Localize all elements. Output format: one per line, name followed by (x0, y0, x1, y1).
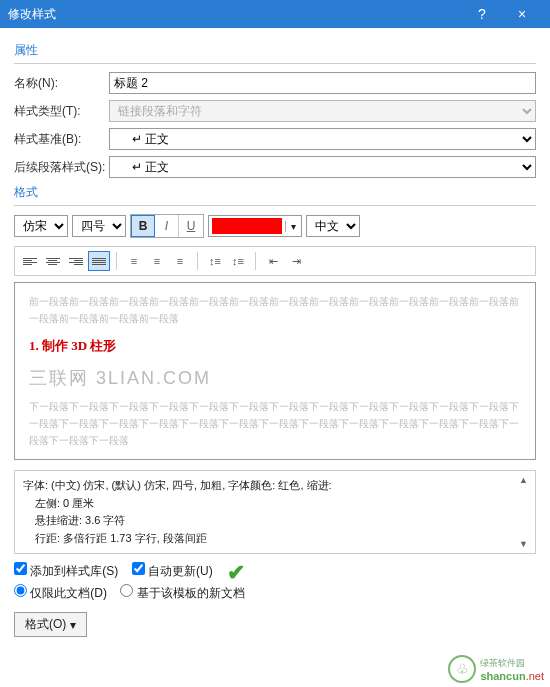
preview-heading: 1. 制作 3D 柱形 (29, 335, 521, 357)
preview-after: 下一段落下一段落下一段落下一段落下一段落下一段落下一段落下一段落下一段落下一段落… (29, 398, 521, 449)
format-button[interactable]: 格式(O)▾ (14, 612, 87, 637)
font-color-select[interactable]: ▾ (208, 215, 302, 237)
spacing-15-button[interactable]: ≡ (146, 251, 168, 271)
size-select[interactable]: 四号 (72, 215, 126, 237)
align-left-button[interactable] (19, 251, 41, 271)
close-button[interactable]: × (502, 6, 542, 22)
green-check-icon: ✔ (227, 560, 245, 586)
indent-dec-button[interactable]: ⇤ (262, 251, 284, 271)
type-label: 样式类型(T): (14, 103, 109, 120)
chevron-down-icon: ▾ (285, 221, 301, 232)
chevron-down-icon: ▾ (70, 618, 76, 632)
type-select: 链接段落和字符 (109, 100, 536, 122)
help-button[interactable]: ? (462, 6, 502, 22)
dialog-title: 修改样式 (8, 6, 462, 23)
footer-logo: ♧ 绿茶软件园 shancun.net (448, 655, 544, 683)
space-before-inc-button[interactable]: ↕≡ (204, 251, 226, 271)
space-before-dec-button[interactable]: ↕≡ (227, 251, 249, 271)
italic-button[interactable]: I (155, 215, 179, 237)
biu-group: B I U (130, 214, 204, 238)
spacing-2-button[interactable]: ≡ (169, 251, 191, 271)
color-swatch (212, 218, 282, 234)
footer-brand: 绿茶软件园 (480, 657, 544, 670)
desc-line-3: 悬挂缩进: 3.6 字符 (23, 512, 527, 530)
next-label: 后续段落样式(S): (14, 159, 109, 176)
section-format: 格式 (14, 184, 536, 201)
align-justify-button[interactable] (88, 251, 110, 271)
auto-update-checkbox[interactable]: 自动更新(U) (132, 564, 213, 578)
watermark: 三联网 3LIAN.COM (29, 363, 521, 394)
leaf-icon: ♧ (448, 655, 476, 683)
titlebar: 修改样式 ? × (0, 0, 550, 28)
desc-line-4: 行距: 多倍行距 1.73 字行, 段落间距 (23, 530, 527, 548)
template-radio[interactable]: 基于该模板的新文档 (120, 586, 244, 600)
name-input[interactable] (109, 72, 536, 94)
align-center-button[interactable] (42, 251, 64, 271)
description-box: 字体: (中文) 仿宋, (默认) 仿宋, 四号, 加粗, 字体颜色: 红色, … (14, 470, 536, 554)
desc-line-1: 字体: (中文) 仿宋, (默认) 仿宋, 四号, 加粗, 字体颜色: 红色, … (23, 477, 527, 495)
name-label: 名称(N): (14, 75, 109, 92)
preview-box: 前一段落前一段落前一段落前一段落前一段落前一段落前一段落前一段落前一段落前一段落… (14, 282, 536, 460)
next-select[interactable]: ↵ 正文 (109, 156, 536, 178)
underline-button[interactable]: U (179, 215, 203, 237)
align-right-button[interactable] (65, 251, 87, 271)
paragraph-toolbar: ≡ ≡ ≡ ↕≡ ↕≡ ⇤ ⇥ (14, 246, 536, 276)
base-select[interactable]: ↵ 正文 (109, 128, 536, 150)
scroll-up-icon[interactable]: ▲ (519, 473, 533, 487)
add-gallery-checkbox[interactable]: 添加到样式库(S) (14, 564, 118, 578)
scroll-down-icon[interactable]: ▼ (519, 537, 533, 551)
spacing-1-button[interactable]: ≡ (123, 251, 145, 271)
section-properties: 属性 (14, 42, 536, 59)
preview-before: 前一段落前一段落前一段落前一段落前一段落前一段落前一段落前一段落前一段落前一段落… (29, 293, 521, 327)
desc-line-2: 左侧: 0 厘米 (23, 495, 527, 513)
indent-inc-button[interactable]: ⇥ (285, 251, 307, 271)
bold-button[interactable]: B (131, 215, 155, 237)
lang-select[interactable]: 中文 (306, 215, 360, 237)
font-select[interactable]: 仿宋 (14, 215, 68, 237)
this-doc-radio[interactable]: 仅限此文档(D) (14, 586, 107, 600)
base-label: 样式基准(B): (14, 131, 109, 148)
